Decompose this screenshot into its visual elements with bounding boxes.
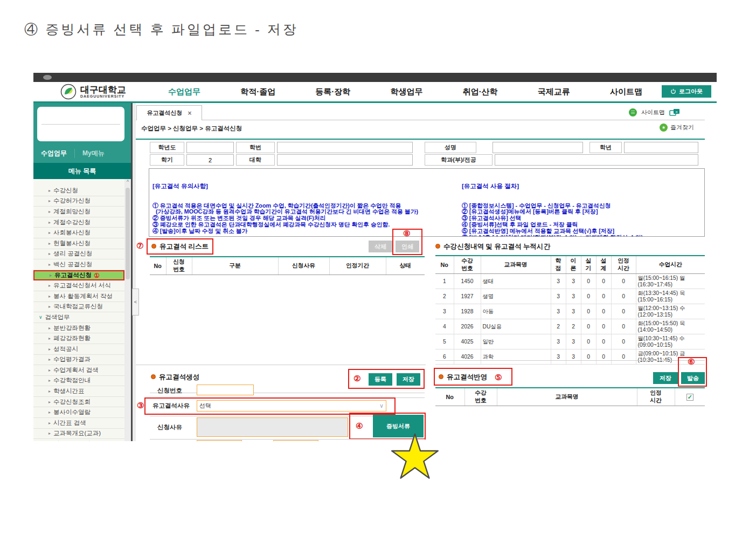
sidebar-scrollbar[interactable]: ^ (124, 179, 131, 441)
sidebar-item-2[interactable]: ▸계절희망신청 (33, 207, 124, 217)
cell: 0 (611, 334, 636, 349)
nav-item-6[interactable]: 사이트맵 (610, 87, 642, 97)
sidebar-item-21[interactable]: ▸봉사이수열람 (33, 407, 124, 418)
sidebar-item-11[interactable]: ▸국내학점교류신청 (33, 302, 124, 313)
sidebar-tab-work[interactable]: 수업업무 (33, 149, 74, 158)
sidebar-item-17[interactable]: ▸수업계획서 검색 (33, 365, 124, 376)
column-header: 인정기간 (329, 257, 386, 275)
register-button[interactable]: 등록 (369, 373, 392, 386)
sidebar-item-label: 분반강좌현황 (53, 324, 91, 332)
university-emblem-icon (60, 84, 77, 100)
sidebar-item-1[interactable]: ▸수강허가신청 (33, 196, 124, 207)
request-no-input[interactable] (197, 385, 254, 395)
nav-item-1[interactable]: 학적·졸업 (240, 87, 275, 97)
sidebar-tabs: 수업업무 My메뉴 (33, 145, 131, 161)
favorite-button[interactable]: ★ 즐겨찾기 (660, 124, 694, 132)
chevron-down-icon: ∨ (379, 402, 384, 409)
nav-item-5[interactable]: 국제교류 (538, 87, 570, 97)
window-close-icon[interactable]: × (669, 108, 680, 116)
tab-label: 유고결석신청 (147, 109, 182, 117)
studentid-input[interactable] (277, 142, 413, 153)
sidebar-item-24[interactable]: ▸취업적성흥미검사 (33, 439, 124, 441)
year-input[interactable] (186, 142, 234, 153)
column-header: 수강 번호 (464, 388, 497, 406)
reason-label: 유고결석사유 (152, 402, 190, 410)
sidebar-item-16[interactable]: ▸수업평가결과 (33, 355, 124, 366)
college-input[interactable] (277, 154, 413, 166)
sidebar-item-5[interactable]: ▸헌혈봉사신청 (33, 238, 124, 249)
header-row: No수강 번호교과목명학 점이 론실 기설 계인정 시간수업시간 (435, 256, 705, 274)
column-header: 인정 시간 (637, 388, 675, 406)
table-row[interactable]: 31928아동33000월(12:00~13:15) 수(12:00~13:15… (435, 304, 705, 319)
sidebar-item-22[interactable]: ▸시간표 검색 (33, 418, 124, 429)
sidebar-item-label: 시간표 검색 (53, 419, 86, 427)
name-input[interactable] (493, 142, 583, 153)
sidebar-item-18[interactable]: ▸수강학점안내 (33, 376, 124, 387)
sidebar-item-6[interactable]: ▸생리 공결신청 (33, 249, 124, 260)
sidebar-item-13[interactable]: ▸분반강좌현황 (33, 323, 124, 334)
university-logo[interactable]: 대구대학교 DAEGUUNIVERSITY (60, 84, 126, 100)
nav-item-4[interactable]: 취업·산학 (463, 87, 498, 97)
cell: 3 (551, 274, 566, 289)
sidebar-item-7[interactable]: ▸백신 공결신청 (33, 259, 124, 270)
annotation-3: ③ (137, 401, 144, 410)
table-row[interactable]: 64026과학33000금(09:00~10:15) 금(10:30~11:45… (435, 349, 705, 365)
scroll-up-icon[interactable]: ^ (127, 179, 129, 184)
sidebar-item-19[interactable]: ▸학생시간표 (33, 386, 124, 397)
sidebar-item-20[interactable]: ▸수강신청조회 (33, 397, 124, 408)
nav-item-3[interactable]: 학생업무 (390, 87, 422, 97)
sitemap-icon[interactable]: ☷ (629, 108, 637, 116)
reason-select[interactable]: 선택 ∨ (197, 400, 386, 411)
sidebar-menu: ▸수강신청▸수강허가신청▸계절희망신청▸계절수강신청▸사회봉사신청▸헌혈봉사신청… (33, 186, 124, 441)
arrow-right-icon: ▸ (50, 273, 52, 278)
major-input[interactable] (495, 154, 698, 166)
sidebar-item-12[interactable]: ∨검색업무 (33, 312, 124, 323)
sidebar-tab-mymenu[interactable]: My메뉴 (74, 149, 112, 158)
sidebar-item-label: 유고결석신청서 서식 (53, 282, 111, 290)
logout-button[interactable]: 로그아웃 (662, 85, 711, 98)
sidebar-item-10[interactable]: ▸봉사 활동계획서 작성 (33, 291, 124, 302)
sidebar-item-15[interactable]: ▸성적공시 (33, 344, 124, 355)
sidebar-item-9[interactable]: ▸유고결석신청서 서식 (33, 280, 124, 291)
sidebar-item-4[interactable]: ▸사회봉사신청 (33, 228, 124, 238)
table-row[interactable]: 21927생명33000화(13:30~14:45) 목(15:00~16:15… (435, 289, 705, 304)
notice-procedure-title: [유고결석 사용 절차] (462, 183, 703, 190)
cell: 1 (435, 274, 454, 289)
scrollbar-thumb[interactable] (126, 188, 130, 279)
sidebar-item-label: 학생시간표 (53, 387, 85, 395)
cell: 4026 (454, 349, 481, 365)
save-button-reflect[interactable]: 저장 (653, 372, 678, 384)
table-row[interactable]: 54025일반33000월(10:30~11:45) 수(09:00~10:15… (435, 334, 705, 349)
sidebar-item-8[interactable]: ▸유고결석신청① (33, 270, 124, 281)
nav-item-2[interactable]: 등록·장학 (315, 87, 350, 97)
nav-item-0[interactable]: 수업업무 (168, 87, 200, 97)
tab-close-icon[interactable]: × (188, 109, 191, 117)
cell: 생태 (481, 274, 551, 289)
table-row[interactable]: 42026DU실용22000화(15:00~15:50) 목(14:00~14:… (435, 319, 705, 334)
column-header: 구분 (192, 257, 278, 275)
sidebar-item-0[interactable]: ▸수강신청 (33, 186, 124, 196)
sidebar-item-23[interactable]: ▸교과목개요(교과) (33, 429, 124, 440)
sidebar-item-label: 사회봉사신청 (53, 229, 91, 237)
arrow-right-icon: ▸ (48, 410, 51, 415)
detail-textarea[interactable] (197, 417, 348, 437)
sidebar-collapse-handle[interactable]: < (132, 289, 139, 315)
arrow-right-icon: ▸ (48, 198, 51, 203)
annotation-7: ⑦ (136, 241, 143, 251)
table-row[interactable]: 11450생태33000월(15:00~16:15) 월(16:30~17:45… (435, 274, 705, 289)
sidebar-item-14[interactable]: ▸폐강강좌현황 (33, 333, 124, 344)
sidebar-item-label: 유고결석신청 (54, 271, 92, 279)
select-all-checkbox[interactable]: ✓ (686, 394, 693, 401)
sidebar-item-3[interactable]: ▸계절수강신청 (33, 217, 124, 228)
semester-input[interactable] (186, 154, 234, 166)
delete-button[interactable]: 삭제 (369, 241, 392, 252)
arrow-right-icon: ▸ (48, 400, 51, 404)
save-button-create[interactable]: 저장 (397, 373, 420, 386)
tab-yugo-absence[interactable]: 유고결석신청 × (136, 105, 202, 120)
section-bullet (439, 374, 443, 379)
grade-input[interactable] (624, 142, 698, 153)
cell: 월(15:00~16:15) 월(16:30~17:45) (636, 274, 705, 289)
sidebar-item-label: 국내학점교류신청 (53, 303, 103, 311)
sidebar-item-label: 수강신청 (53, 187, 78, 195)
sitemap-label[interactable]: 사이트맵 (641, 108, 665, 116)
